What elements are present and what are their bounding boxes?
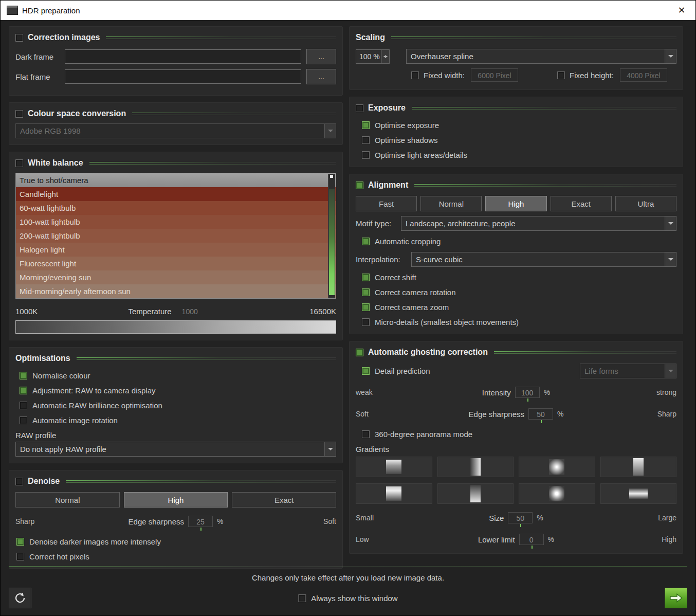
spinner-arrows-icon[interactable] (381, 50, 389, 63)
scaling-percent-spinner[interactable]: 100 % (356, 49, 390, 64)
optimise-shadows-checkbox[interactable] (362, 136, 370, 144)
optimise-exposure-checkbox[interactable] (362, 121, 370, 129)
detail-prediction-checkbox[interactable] (362, 367, 370, 375)
gradient-swatch-icon (549, 459, 564, 475)
exposure-checkbox[interactable] (356, 104, 363, 112)
denoise-darker-checkbox[interactable] (16, 538, 24, 546)
temperature-slider[interactable] (15, 320, 336, 334)
gradient-tile-3[interactable] (519, 457, 595, 477)
dialog-body: Correction images Dark frame ... Flat fr… (1, 20, 695, 615)
dark-frame-browse-button[interactable]: ... (306, 49, 336, 64)
gradient-tile-1[interactable] (356, 457, 432, 477)
fixed-height-label: Fixed height: (570, 71, 614, 80)
denoise-mode-exact[interactable]: Exact (232, 492, 336, 508)
raw-to-camera-checkbox[interactable] (20, 387, 27, 394)
list-item[interactable]: Halogen light (16, 243, 336, 257)
divider (412, 106, 676, 110)
correction-images-checkbox[interactable] (15, 34, 23, 42)
denoise-sharp-label: Sharp (15, 517, 51, 526)
dark-frame-label: Dark frame (15, 52, 65, 61)
alignment-checkbox[interactable] (356, 182, 363, 189)
fixed-width-label: Fixed width: (424, 71, 465, 80)
raw-profile-dropdown[interactable]: Do not apply RAW profile (15, 442, 336, 457)
size-value[interactable]: 50 (508, 512, 533, 523)
gradient-tile-7[interactable] (519, 483, 595, 504)
alignment-mode-high[interactable]: High (485, 196, 546, 211)
undo-button[interactable] (9, 588, 31, 608)
correct-zoom-checkbox[interactable] (362, 303, 370, 311)
correct-shift-label: Correct shift (375, 273, 416, 282)
colour-space-value: Adobe RGB 1998 (16, 126, 324, 135)
alignment-mode-exact[interactable]: Exact (551, 196, 612, 211)
scrollbar-thumb[interactable] (329, 189, 335, 295)
always-show-checkbox[interactable] (298, 594, 306, 602)
colour-space-checkbox[interactable] (15, 110, 23, 118)
image-rotation-checkbox[interactable] (20, 416, 27, 424)
colour-space-dropdown[interactable]: Adobe RGB 1998 (15, 123, 336, 138)
list-item[interactable]: 200-watt lightbulb (16, 229, 336, 243)
ghosting-checkbox[interactable] (356, 349, 363, 356)
gradient-tile-8[interactable] (600, 483, 677, 504)
fixed-height-checkbox[interactable] (557, 71, 565, 79)
optimise-light-areas-label: Optimise light areas/details (375, 151, 467, 159)
normalise-colour-checkbox[interactable] (20, 372, 27, 379)
gradients-label: Gradients (356, 445, 389, 454)
list-item[interactable]: True to shot/camera (16, 173, 336, 187)
correct-rotation-checkbox[interactable] (362, 288, 370, 296)
lower-limit-value[interactable]: 0 (519, 534, 544, 545)
micro-details-checkbox[interactable] (362, 318, 370, 326)
next-button[interactable] (665, 588, 687, 608)
gradient-tile-2[interactable] (437, 457, 514, 477)
exposure-title: Exposure (368, 103, 406, 113)
fixed-width-input[interactable]: 6000 Pixel (471, 68, 518, 82)
denoise-darker-label: Denoise darker images more intensely (29, 537, 161, 546)
gradient-tile-6[interactable] (437, 483, 514, 504)
denoise-edge-value[interactable]: 25 (188, 516, 213, 527)
gradient-swatch-icon (633, 458, 644, 476)
temperature-scale: 1000K Temperature 1000 16500K (15, 307, 336, 316)
panorama-mode-checkbox[interactable] (362, 430, 370, 438)
flat-frame-input[interactable] (65, 69, 301, 84)
left-column: Correction images Dark frame ... Flat fr… (9, 26, 343, 575)
alignment-mode-fast[interactable]: Fast (356, 196, 417, 211)
gradient-tile-4[interactable] (600, 457, 677, 477)
scaling-method-dropdown[interactable]: Overhauser spline (406, 49, 676, 64)
intensity-value[interactable]: 100 (515, 387, 540, 398)
alignment-mode-ultra[interactable]: Ultra (615, 196, 676, 211)
automatic-cropping-checkbox[interactable] (362, 238, 370, 245)
alignment-mode-normal[interactable]: Normal (420, 196, 482, 211)
white-balance-list: True to shot/camera Candlelight 60-watt … (15, 173, 336, 299)
interpolation-dropdown[interactable]: S-curve cubic (411, 252, 676, 267)
denoise-mode-high[interactable]: High (124, 492, 228, 508)
motif-type-dropdown[interactable]: Landscape, architecture, people (401, 216, 676, 231)
fixed-height-input[interactable]: 4000 Pixel (620, 68, 667, 82)
close-icon[interactable]: ✕ (674, 5, 689, 16)
dark-frame-input[interactable] (65, 49, 301, 64)
list-item[interactable]: Morning/evening sun (16, 270, 336, 284)
denoise-mode-normal[interactable]: Normal (15, 492, 120, 508)
correct-shift-checkbox[interactable] (362, 274, 370, 281)
hot-pixels-checkbox[interactable] (16, 553, 24, 560)
list-item[interactable]: Mid-morning/early afternoon sun (16, 284, 336, 298)
list-item[interactable]: 100-watt lightbulb (16, 215, 336, 229)
gradient-tile-5[interactable] (356, 483, 432, 504)
flat-frame-browse-button[interactable]: ... (306, 69, 336, 84)
denoise-checkbox[interactable] (15, 478, 23, 485)
size-large-label: Large (640, 514, 676, 522)
optimisations-title: Optimisations (15, 354, 70, 363)
chevron-down-icon (665, 252, 676, 266)
fixed-width-checkbox[interactable] (411, 71, 419, 79)
optimise-light-areas-checkbox[interactable] (362, 151, 370, 159)
gradient-swatch-icon (386, 486, 401, 501)
life-forms-dropdown[interactable]: Life forms (580, 364, 676, 378)
list-item[interactable]: 60-watt lightbulb (16, 201, 336, 215)
edge-sharpness-value[interactable]: 50 (528, 408, 553, 420)
white-balance-checkbox[interactable] (15, 159, 23, 167)
list-item[interactable]: Candlelight (16, 187, 336, 201)
scrollbar[interactable] (328, 174, 335, 298)
raw-brilliance-checkbox[interactable] (20, 402, 27, 409)
edge-sharp-label: Sharp (640, 410, 676, 418)
raw-to-camera-label: Adjustment: RAW to camera display (32, 386, 156, 395)
list-item[interactable]: Fluorescent light (16, 257, 336, 270)
chevron-down-icon (324, 124, 336, 138)
